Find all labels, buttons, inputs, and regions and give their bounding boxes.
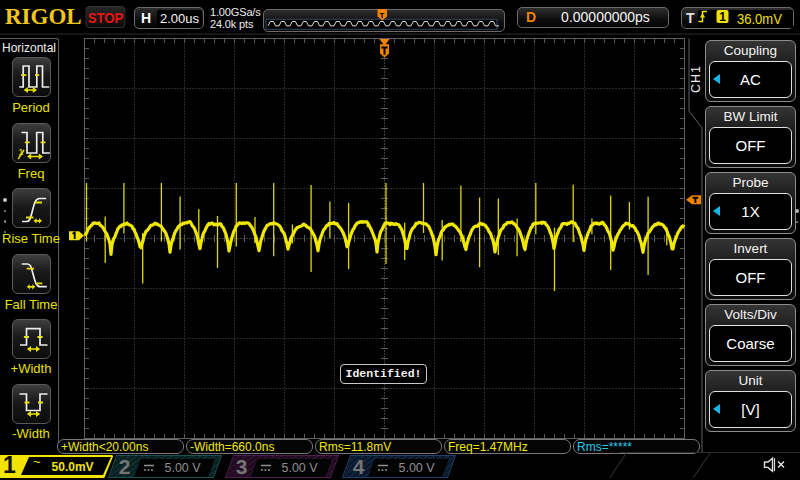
svg-text:T: T: [380, 11, 385, 20]
svg-text:1: 1: [719, 10, 726, 24]
